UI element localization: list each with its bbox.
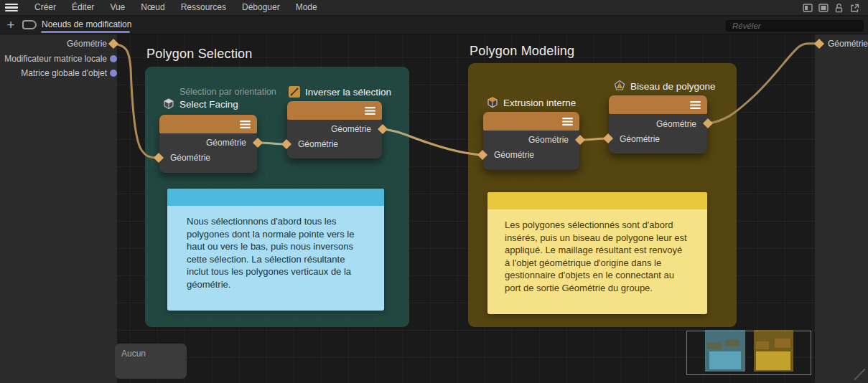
node-biseau-de-polygone[interactable]: Géométrie Géométrie	[609, 95, 707, 153]
tab-noeuds-de-modification[interactable]: Noeuds de modification	[42, 19, 131, 29]
node-header[interactable]	[159, 115, 257, 133]
note-text: Nous sélectionnons d'abord tous les poly…	[167, 206, 384, 290]
search-input[interactable]	[726, 20, 864, 32]
status-panel: Aucun	[115, 344, 187, 379]
window-icons	[803, 3, 859, 13]
menu-items: Créer Éditer Vue Nœud Ressources Débogue…	[27, 0, 325, 15]
node-select-facing[interactable]: Géométrie Géométrie	[159, 115, 257, 173]
unlock-icon[interactable]	[834, 3, 844, 13]
input-port-label: Géométrie	[170, 152, 210, 164]
output-port-label: Géométrie	[206, 137, 246, 148]
menu-deboguer[interactable]: Déboguer	[234, 0, 288, 15]
group-input-label-modificateur-matrice-locale: Modificateur matrice locale	[0, 53, 107, 65]
input-port-label: Géométrie	[494, 149, 534, 161]
group-input-label-geometrie: Géométrie	[0, 38, 107, 49]
node-title-biseau-de-polygone: Biseau de polygone	[613, 80, 716, 93]
menu-mode[interactable]: Mode	[288, 0, 325, 15]
minimap-node	[756, 341, 769, 349]
minimap-node	[725, 339, 739, 346]
minimap-node	[707, 342, 722, 349]
group-input-port-matrice-globale-objet[interactable]	[110, 70, 117, 77]
cube-icon	[162, 98, 175, 110]
note-header	[487, 192, 707, 209]
tab-toolbar: + Noeuds de modification	[0, 16, 868, 34]
input-port-label: Géométrie	[620, 133, 660, 145]
node-title-select-facing: Select Facing	[162, 98, 238, 110]
node-extrusion-interne[interactable]: Géométrie Géométrie	[483, 112, 579, 170]
node-graph-canvas[interactable]: Polygon Selection Polygon Modeling Nous …	[0, 34, 868, 383]
node-sublabel-selection-par-orientation: Sélection par orientation	[179, 87, 276, 97]
node-header[interactable]	[609, 95, 707, 114]
add-icon[interactable]: +	[4, 17, 18, 33]
input-port-label: Géométrie	[298, 138, 338, 150]
menu-bar: Créer Éditer Vue Nœud Ressources Débogue…	[0, 0, 868, 16]
note-polygon-selection[interactable]: Nous sélectionnons d'abord tous les poly…	[167, 189, 384, 311]
note-polygon-modeling[interactable]: Les polygones sélectionnés sont d'abord …	[487, 192, 707, 314]
wire-inverser-to-extrusion[interactable]	[383, 129, 482, 155]
node-header[interactable]	[287, 101, 382, 120]
node-inverser-la-selection[interactable]: Géométrie Géométrie	[287, 101, 382, 159]
menu-vue[interactable]: Vue	[102, 0, 133, 15]
menu-editer[interactable]: Éditer	[64, 0, 102, 15]
node-title-inverser-la-selection: Inverser la sélection	[288, 85, 391, 98]
node-menu-icon[interactable]	[365, 107, 375, 115]
output-port-label: Géométrie	[656, 118, 696, 130]
group-input-port-modificateur-matrice-locale[interactable]	[110, 55, 117, 62]
active-tab-underline	[41, 31, 130, 33]
wire-group-input-to-select-facing[interactable]	[113, 44, 159, 158]
node-menu-icon[interactable]	[690, 101, 701, 109]
note-header	[167, 189, 384, 206]
group-output-label-geometrie: Géométrie	[828, 38, 868, 49]
panel-right-icon[interactable]	[818, 3, 829, 13]
node-title-extrusion-interne: Extrusion interne	[486, 96, 576, 109]
menu-creer[interactable]: Créer	[27, 0, 64, 15]
hamburger-menu-icon[interactable]	[5, 4, 18, 12]
node-header[interactable]	[483, 112, 579, 131]
output-port-label: Géométrie	[331, 123, 371, 135]
menu-noeud[interactable]: Nœud	[133, 0, 172, 15]
wire-biseau-to-group-output[interactable]	[708, 44, 819, 123]
node-menu-icon[interactable]	[562, 118, 573, 126]
node-menu-icon[interactable]	[240, 120, 251, 128]
menu-ressources[interactable]: Ressources	[173, 0, 234, 15]
bevel-polygon-icon	[613, 80, 626, 93]
extrude-cube-icon	[486, 96, 499, 109]
note-text: Les polygones sélectionnés sont d'abord …	[487, 209, 707, 294]
minimap-note	[709, 351, 741, 369]
open-external-icon[interactable]	[849, 3, 859, 13]
output-port-label: Géométrie	[528, 134, 569, 146]
minimap-node	[775, 339, 790, 348]
panel-left-icon[interactable]	[803, 3, 813, 13]
node-shape-icon[interactable]	[22, 20, 37, 29]
invert-selection-icon	[288, 85, 301, 98]
minimap-note	[756, 351, 790, 370]
group-input-label-matrice-globale-objet: Matrice globale d'objet	[0, 67, 107, 79]
node-editor-window: Créer Éditer Vue Nœud Ressources Débogue…	[0, 0, 868, 383]
